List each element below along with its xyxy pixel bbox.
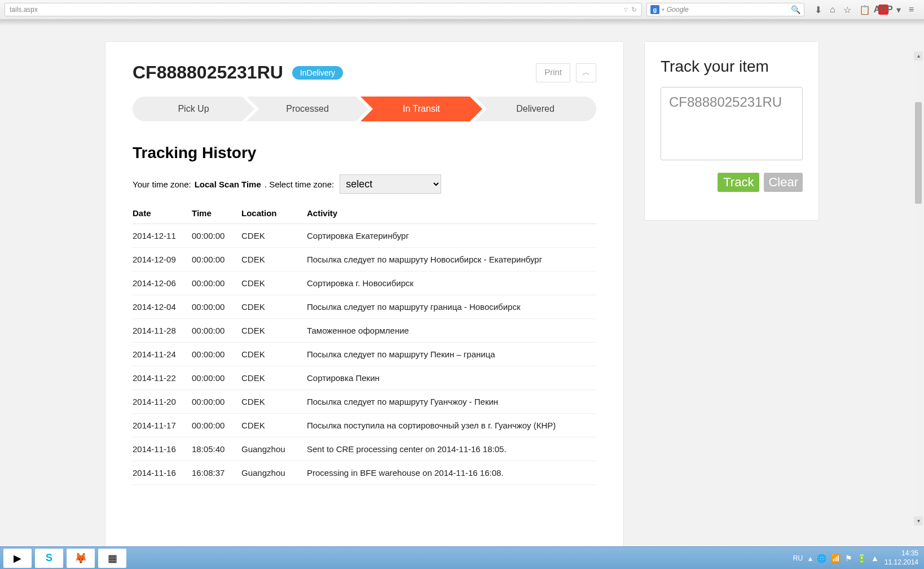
cell-location: CDEK [241,414,307,437]
reload-icon[interactable]: ↻ [631,6,637,14]
clipboard-icon[interactable]: 📋 [859,5,870,15]
table-row: 2014-12-0400:00:00CDEKПосылка следует по… [133,295,596,319]
cell-location: CDEK [241,366,307,390]
track-input[interactable] [661,87,803,160]
cell-date: 2014-11-24 [133,343,192,366]
cell-activity: Посылка поступила на сортировочный узел … [307,414,596,437]
cell-time: 00:00:00 [192,343,241,366]
cell-activity: Посылка следует по маршруту Пекин – гран… [307,343,596,366]
vertical-scrollbar[interactable]: ▴ ▾ [914,51,923,526]
cell-location: CDEK [241,295,307,319]
url-bar[interactable]: tails.aspx ▽ ↻ [5,3,642,16]
cell-time: 00:00:00 [192,319,241,343]
taskbar-item-media[interactable]: ▶ [3,549,32,568]
tz-value: Local Scan Time [195,180,261,189]
menu-icon[interactable]: ≡ [909,5,914,15]
firefox-icon: 🦊 [74,552,87,564]
cell-time: 00:00:00 [192,366,241,390]
cell-date: 2014-12-04 [133,295,192,319]
clear-button[interactable]: Clear [764,173,803,192]
adblock-dropdown-icon[interactable]: ▾ [896,5,901,15]
toolbar-icons: ⬇ ⌂ ☆ 📋 ABP ▾ ≡ [809,5,919,15]
clock-time: 14:35 [885,549,918,558]
history-table: Date Time Location Activity 2014-12-1100… [133,203,596,485]
grid-icon: ▦ [108,552,117,564]
tracking-panel: CF8888025231RU InDelivery Print ︿ Pick U… [105,41,624,550]
track-button[interactable]: Track [718,173,759,192]
search-icon[interactable]: 🔍 [791,5,800,14]
taskbar-language[interactable]: RU [793,554,803,562]
adblock-icon[interactable]: ABP [878,5,888,15]
progress-steps: Pick UpProcessedIn TransitDelivered [133,97,596,121]
cell-date: 2014-11-20 [133,390,192,414]
scrollbar-thumb[interactable] [915,102,922,204]
cell-time: 00:00:00 [192,390,241,414]
tray-chevron-up-icon[interactable]: ▴ [808,554,812,563]
print-button[interactable]: Print [536,63,570,82]
bookmark-star-icon[interactable]: ☆ [843,5,851,15]
cell-activity: Посылка следует по маршруту Гуанчжоу - П… [307,390,596,414]
url-text: tails.aspx [10,6,624,14]
tray-signal-icon[interactable]: 📶 [831,554,841,563]
scroll-up-icon[interactable]: ▴ [914,51,923,60]
th-location: Location [241,203,307,224]
taskbar-item-firefox[interactable]: 🦊 [67,549,95,568]
timezone-row: Your time zone: Local Scan Time . Select… [133,174,596,194]
google-search-provider-icon[interactable]: g [650,5,659,14]
taskbar-item-skype[interactable]: S [35,549,63,568]
table-row: 2014-11-2200:00:00CDEKСортировка Пекин [133,366,596,390]
tray-flag-icon[interactable]: ⚑ [845,554,852,563]
tray-network-icon[interactable]: 🌐 [817,554,826,563]
cell-date: 2014-11-16 [133,461,192,485]
cell-activity: Sent to CRE processing center on 2014-11… [307,437,596,461]
table-row: 2014-12-1100:00:00CDEKСортировка Екатери… [133,224,596,248]
history-title: Tracking History [133,144,596,162]
timezone-select[interactable]: select [340,174,441,194]
windows-taskbar: ▶ S 🦊 ▦ RU ▴ 🌐 📶 ⚑ 🔋 ▲ 14:35 11.12.2014 [0,546,924,569]
home-icon[interactable]: ⌂ [830,5,835,15]
tray-drive-icon[interactable]: ▲ [871,554,879,563]
collapse-button[interactable]: ︿ [576,63,596,82]
chrome-shadow [0,20,924,25]
tz-select-label: . Select time zone: [265,180,334,189]
downloads-icon[interactable]: ⬇ [815,5,822,15]
taskbar-clock[interactable]: 14:35 11.12.2014 [885,549,918,567]
system-tray: ▴ 🌐 📶 ⚑ 🔋 ▲ [808,554,879,563]
cell-time: 00:00:00 [192,248,241,272]
cell-date: 2014-11-17 [133,414,192,437]
table-row: 2014-11-2000:00:00CDEKПосылка следует по… [133,390,596,414]
scroll-down-icon[interactable]: ▾ [914,517,923,526]
cell-location: CDEK [241,390,307,414]
progress-step: In Transit [360,97,482,121]
tray-battery-icon[interactable]: 🔋 [857,554,866,563]
cell-location: CDEK [241,248,307,272]
track-widget: Track your item Track Clear [644,41,819,221]
clock-date: 11.12.2014 [885,558,918,567]
cell-activity: Сортировка Екатеринбург [307,224,596,248]
table-row: 2014-11-1616:08:37GuangzhouProcessing in… [133,461,596,485]
cell-activity: Сортировка г. Новосибирск [307,272,596,295]
cell-location: Guangzhou [241,461,307,485]
taskbar-item-grid[interactable]: ▦ [98,549,126,568]
cell-time: 16:08:37 [192,461,241,485]
search-placeholder: Google [665,6,791,14]
cell-activity: Посылка следует по маршруту граница - Но… [307,295,596,319]
cell-location: Guangzhou [241,437,307,461]
cell-location: CDEK [241,224,307,248]
cell-location: CDEK [241,343,307,366]
cell-date: 2014-12-11 [133,224,192,248]
search-bar[interactable]: g ▾ Google 🔍 [646,3,804,16]
cell-activity: Таможенное оформление [307,319,596,343]
cell-location: CDEK [241,319,307,343]
history-dropdown-icon[interactable]: ▽ [624,7,628,12]
browser-toolbar: tails.aspx ▽ ↻ g ▾ Google 🔍 ⬇ ⌂ ☆ 📋 ABP … [0,0,924,20]
cell-time: 00:00:00 [192,272,241,295]
status-badge: InDelivery [292,66,343,80]
cell-activity: Сортировка Пекин [307,366,596,390]
th-date: Date [133,203,192,224]
progress-step: Delivered [474,97,596,121]
cell-time: 18:05:40 [192,437,241,461]
tz-prefix: Your time zone: [133,180,191,189]
cell-time: 00:00:00 [192,224,241,248]
progress-step: Pick Up [133,97,254,121]
